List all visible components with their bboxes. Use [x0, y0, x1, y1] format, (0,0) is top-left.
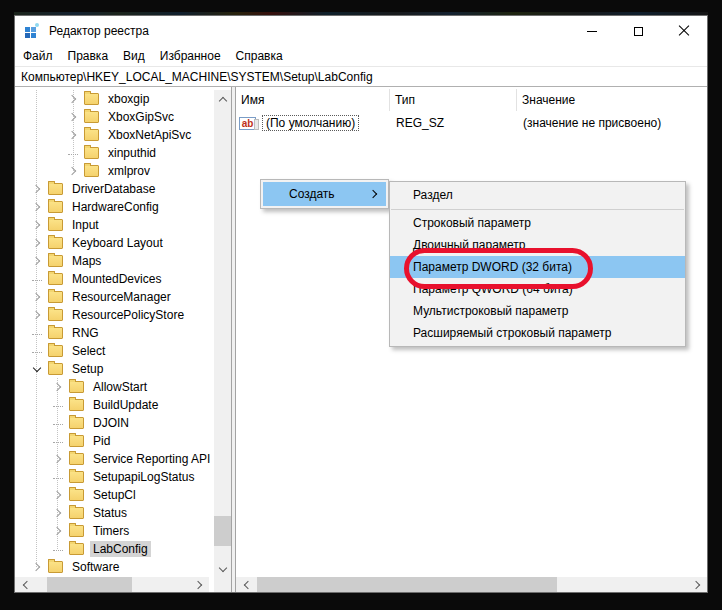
tree-item[interactable]: DriverDatabase: [15, 180, 214, 198]
submenu-item[interactable]: Двоичный параметр: [390, 234, 685, 256]
tree-item[interactable]: Setup: [15, 360, 214, 378]
tree-item[interactable]: Pid: [15, 432, 214, 450]
close-icon: [678, 25, 690, 37]
expander-icon[interactable]: [52, 543, 64, 555]
tree-item-label: XboxGipSvc: [105, 109, 177, 125]
tree-item[interactable]: XboxGipSvc: [15, 108, 214, 126]
expander-icon[interactable]: [31, 363, 43, 375]
tree-item[interactable]: Maps: [15, 252, 214, 270]
scroll-right-icon[interactable]: [192, 577, 207, 592]
tree-item-label: Software: [69, 559, 122, 575]
folder-icon: [69, 471, 84, 483]
expander-icon[interactable]: [52, 471, 64, 483]
expander-icon[interactable]: [31, 291, 43, 303]
tree-item[interactable]: xmlprov: [15, 162, 214, 180]
expander-icon[interactable]: [52, 453, 64, 465]
tree-item[interactable]: MountedDevices: [15, 270, 214, 288]
submenu-item[interactable]: Расширяемый строковый параметр: [390, 322, 685, 344]
tree-item[interactable]: Keyboard Layout: [15, 234, 214, 252]
expander-icon[interactable]: [52, 489, 64, 501]
tree-item[interactable]: xinputhid: [15, 144, 214, 162]
tree-vertical-scrollbar[interactable]: [214, 90, 231, 577]
column-header[interactable]: Имя: [236, 89, 390, 111]
tree-item[interactable]: BuildUpdate: [15, 396, 214, 414]
expander-icon[interactable]: [31, 237, 43, 249]
scroll-left-icon[interactable]: [17, 577, 32, 592]
submenu-item[interactable]: Строковый параметр: [390, 212, 685, 234]
scrollbar-corner: [214, 577, 231, 592]
expander-icon[interactable]: [52, 507, 64, 519]
address-bar[interactable]: Компьютер\HKEY_LOCAL_MACHINE\SYSTEM\Setu…: [15, 66, 707, 87]
expander-icon[interactable]: [31, 561, 43, 573]
tree-item[interactable]: RNG: [15, 324, 214, 342]
submenu-item[interactable]: Раздел: [390, 184, 685, 206]
submenu-item[interactable]: Мультистроковый параметр: [390, 300, 685, 322]
horizontal-scrollbar-thumb[interactable]: [47, 577, 132, 592]
maximize-button[interactable]: [615, 16, 661, 46]
value-row[interactable]: ab (По умолчанию) REG_SZ (значение не пр…: [236, 113, 707, 133]
expander-icon[interactable]: [52, 399, 64, 411]
menubar-item[interactable]: Файл: [16, 47, 60, 65]
tree-item-label: DJOIN: [90, 415, 132, 431]
scroll-left-icon[interactable]: [238, 577, 253, 592]
expander-icon[interactable]: [67, 129, 79, 141]
tree-item[interactable]: Service Reporting API: [15, 450, 214, 468]
expander-icon[interactable]: [52, 417, 64, 429]
tree-item[interactable]: ResourceManager: [15, 288, 214, 306]
scroll-right-icon[interactable]: [690, 577, 705, 592]
close-button[interactable]: [661, 16, 707, 46]
expander-icon[interactable]: [67, 147, 79, 159]
tree-item[interactable]: AllowStart: [15, 378, 214, 396]
tree-item[interactable]: XboxNetApiSvc: [15, 126, 214, 144]
scroll-up-icon[interactable]: [214, 90, 231, 107]
tree-item-label: BuildUpdate: [90, 397, 161, 413]
expander-icon[interactable]: [31, 255, 43, 267]
tree-item[interactable]: Timers: [15, 522, 214, 540]
tree-item[interactable]: LabConfig: [15, 540, 214, 558]
expander-icon[interactable]: [31, 219, 43, 231]
vertical-scrollbar-thumb[interactable]: [214, 516, 231, 546]
list-horizontal-scrollbar[interactable]: [236, 577, 707, 592]
submenu-item[interactable]: Параметр QWORD (64 бита): [390, 278, 685, 300]
tree-item[interactable]: xboxgip: [15, 90, 214, 108]
tree-horizontal-scrollbar[interactable]: [15, 577, 209, 592]
tree-item[interactable]: Status: [15, 504, 214, 522]
expander-icon[interactable]: [52, 435, 64, 447]
submenu-item[interactable]: Параметр DWORD (32 бита): [390, 256, 685, 278]
tree-item[interactable]: Software: [15, 558, 214, 576]
title-bar: Редактор реестра: [15, 16, 707, 46]
folder-icon: [69, 525, 84, 537]
tree-item[interactable]: Input: [15, 216, 214, 234]
expander-icon[interactable]: [52, 381, 64, 393]
context-menu-item-new[interactable]: Создать: [263, 182, 386, 206]
tree-item[interactable]: SetupCl: [15, 486, 214, 504]
menubar-item[interactable]: Правка: [61, 47, 116, 65]
menubar-item[interactable]: Вид: [116, 47, 152, 65]
expander-icon[interactable]: [52, 525, 64, 537]
minimize-button[interactable]: [569, 16, 615, 46]
column-header[interactable]: Тип: [390, 89, 517, 111]
submenu-item[interactable]: [390, 206, 685, 212]
expander-icon[interactable]: [67, 93, 79, 105]
tree-item[interactable]: HardwareConfig: [15, 198, 214, 216]
expander-icon[interactable]: [67, 165, 79, 177]
expander-icon[interactable]: [31, 201, 43, 213]
expander-icon[interactable]: [31, 183, 43, 195]
tree-item[interactable]: Select: [15, 342, 214, 360]
scroll-down-icon[interactable]: [214, 560, 231, 577]
horizontal-scrollbar-thumb[interactable]: [257, 577, 557, 592]
tree-item[interactable]: DJOIN: [15, 414, 214, 432]
tree-item-label: Status: [90, 505, 130, 521]
expander-icon[interactable]: [67, 111, 79, 123]
tree-item[interactable]: SetupapiLogStatus: [15, 468, 214, 486]
expander-icon[interactable]: [31, 273, 43, 285]
folder-icon: [48, 345, 63, 357]
tree-item[interactable]: ResourcePolicyStore: [15, 306, 214, 324]
menubar-item[interactable]: Избранное: [153, 47, 228, 65]
expander-icon[interactable]: [31, 345, 43, 357]
menubar-item[interactable]: Справка: [229, 47, 290, 65]
registry-app-icon[interactable]: [24, 23, 40, 39]
expander-icon[interactable]: [31, 309, 43, 321]
column-header[interactable]: Значение: [517, 89, 707, 111]
expander-icon[interactable]: [31, 327, 43, 339]
